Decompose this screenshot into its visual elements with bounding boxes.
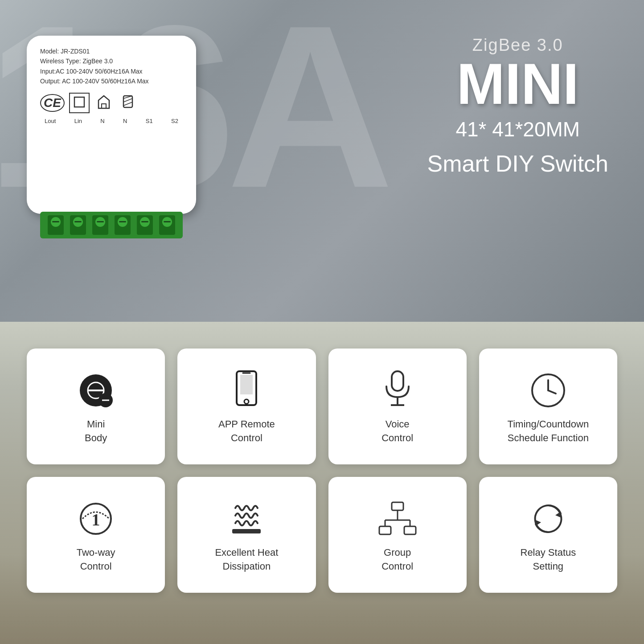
voice-icon [377,370,418,410]
svg-point-12 [244,399,249,404]
top-section: 16A Model: JR-ZDS01 Wireless Type: ZigBe… [0,0,644,322]
app-control-label: APP RemoteControl [218,418,275,445]
feature-relay: Relay StatusSetting [479,477,617,593]
features-grid: MiniBody APP RemoteControl [27,349,617,593]
feature-mini-body: MiniBody [27,349,165,464]
voice-control-label: VoiceControl [381,418,413,445]
certification-icons: CE [40,93,183,113]
feature-timing: Timing/CountdownSchedule Function [479,349,617,464]
svg-text:1: 1 [92,510,100,529]
feature-voice-control: VoiceControl [328,349,467,464]
svg-line-19 [548,390,556,394]
twoway-icon: 1 [76,499,116,539]
group-icon [377,499,418,539]
svg-rect-0 [74,97,84,107]
svg-rect-14 [392,371,403,391]
feature-group: GroupControl [328,477,467,593]
svg-rect-24 [379,526,391,534]
dimensions-label: 41* 41*20MM [427,117,608,141]
size-label: MINI [427,55,608,113]
product-title-block: ZigBee 3.0 MINI 41* 41*20MM Smart DIY Sw… [427,36,608,177]
mini-body-icon [76,370,116,410]
device-body: Model: JR-ZDS01 Wireless Type: ZigBee 3.… [27,36,196,214]
svg-line-3 [123,98,132,102]
svg-rect-11 [240,375,253,394]
app-icon [226,370,267,410]
relay-label: Relay StatusSetting [521,546,576,574]
timing-label: Timing/CountdownSchedule Function [508,418,589,445]
two-way-label: Two-wayControl [77,546,115,574]
bottom-section: MiniBody APP RemoteControl [0,322,644,644]
device-image: Model: JR-ZDS01 Wireless Type: ZigBee 3.… [27,36,214,241]
model-info: Model: JR-ZDS01 Wireless Type: ZigBee 3.… [40,46,183,86]
relay-icon [528,499,568,539]
feature-app-control: APP RemoteControl [177,349,316,464]
terminal-strip [40,212,183,238]
svg-marker-31 [555,512,562,518]
heat-label: Excellent HeatDissipation [215,546,278,574]
svg-rect-23 [392,502,403,510]
mini-body-label: MiniBody [85,418,107,445]
terminal-labels: LoutLinNNS1S2 [40,118,183,124]
heat-icon [226,499,267,539]
clock-icon [528,370,568,410]
tagline: Smart DIY Switch [427,150,608,177]
svg-line-4 [123,102,132,106]
feature-two-way: 1 Two-wayControl [27,477,165,593]
svg-rect-25 [404,526,416,534]
feature-heat: Excellent HeatDissipation [177,477,316,593]
group-label: GroupControl [381,546,413,574]
svg-rect-22 [232,529,261,533]
